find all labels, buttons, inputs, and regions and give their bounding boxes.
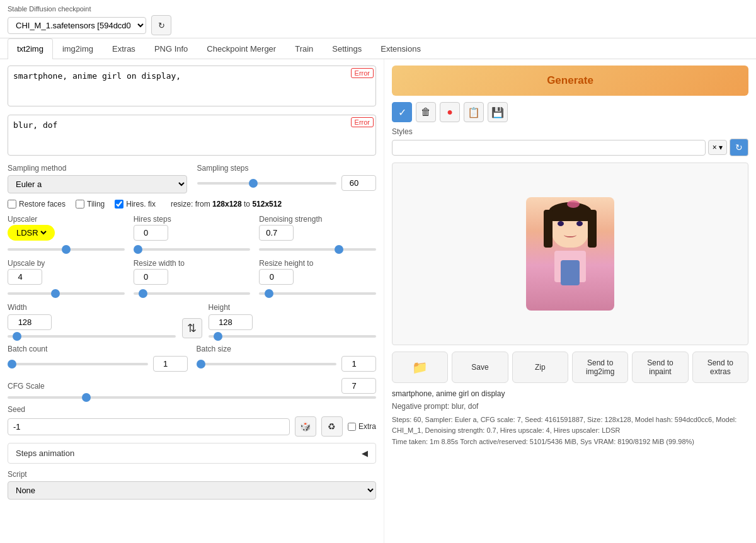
negative-prompt-input[interactable]: blur, dof xyxy=(8,115,376,156)
refresh-icon: ↻ xyxy=(158,21,165,30)
folder-button[interactable]: 📁 xyxy=(392,352,448,383)
sampling-steps-slider[interactable] xyxy=(197,182,337,185)
send-to-inpaint-button[interactable]: Send to inpaint xyxy=(632,352,688,383)
tab-checkpoint-merger[interactable]: Checkpoint Merger xyxy=(197,38,285,59)
cfg-label: CFG Scale xyxy=(8,382,45,391)
resize-height-slider[interactable] xyxy=(259,292,376,295)
refresh-button[interactable]: ↻ xyxy=(151,15,171,35)
batch-size-group: Batch size xyxy=(197,345,377,372)
toolbar-icon-check[interactable]: ✓ xyxy=(392,102,412,122)
restore-faces-checkbox[interactable] xyxy=(8,200,16,209)
sampling-method-select[interactable]: Euler a xyxy=(8,175,187,193)
upscale-by-input[interactable] xyxy=(8,269,42,285)
sampling-method-group: Sampling method Euler a xyxy=(8,164,187,193)
checkboxes-row: Restore faces Tiling Hires. fix resize: … xyxy=(8,200,376,209)
upscaler-select[interactable]: LDSR xyxy=(14,227,49,238)
dice-button[interactable]: 🎲 xyxy=(295,416,316,437)
batch-count-input[interactable] xyxy=(153,356,188,372)
tab-train[interactable]: Train xyxy=(285,38,323,59)
recycle-icon: ♻ xyxy=(328,421,336,432)
extra-check-item: Extra xyxy=(348,422,376,431)
cfg-slider[interactable] xyxy=(8,396,376,399)
steps-animation-section[interactable]: Steps animation ◀ xyxy=(8,443,376,464)
image-container xyxy=(392,163,748,345)
main: smartphone, anime girl on display, Error… xyxy=(0,59,756,543)
extra-label: Extra xyxy=(358,422,376,431)
sampling-steps-input[interactable] xyxy=(341,175,376,191)
extra-checkbox[interactable] xyxy=(348,423,356,431)
send-to-extras-button[interactable]: Send to extras xyxy=(692,352,748,383)
wh-row: Width ⇅ Height xyxy=(8,303,376,338)
tab-extensions[interactable]: Extensions xyxy=(371,38,430,59)
seed-row: 🎲 ♻ Extra xyxy=(8,416,376,437)
checkpoint-label: Stable Diffusion checkpoint xyxy=(8,5,748,13)
checkpoint-row: CHI_M_1.safetensors [594dcd0cc6] ↻ xyxy=(8,15,748,35)
cfg-input[interactable] xyxy=(341,378,376,394)
toolbar-icon-save[interactable]: 💾 xyxy=(488,102,508,122)
toolbar-icon-clipboard[interactable]: 📋 xyxy=(464,102,484,122)
tab-img2img[interactable]: img2img xyxy=(53,38,103,59)
height-field: Height xyxy=(209,303,377,338)
hires-fix-checkbox[interactable] xyxy=(115,200,123,209)
steps-animation-arrow-icon: ◀ xyxy=(362,449,368,458)
toolbar-icon-red[interactable]: ● xyxy=(440,102,460,122)
seed-input[interactable] xyxy=(8,418,290,435)
send-inpaint-label: Send to inpaint xyxy=(636,358,684,376)
upscaler-slider[interactable] xyxy=(8,248,125,251)
checkpoint-select[interactable]: CHI_M_1.safetensors [594dcd0cc6] xyxy=(8,17,146,34)
height-slider[interactable] xyxy=(209,335,377,338)
tab-extras[interactable]: Extras xyxy=(103,38,145,59)
width-field: Width xyxy=(8,303,176,338)
seed-section: Seed 🎲 ♻ Extra xyxy=(8,405,376,437)
top-bar: Stable Diffusion checkpoint CHI_M_1.safe… xyxy=(0,0,756,38)
upscaler-highlight: LDSR xyxy=(8,225,55,241)
tab-txt2img[interactable]: txt2img xyxy=(8,38,53,59)
hires-params: Upscaler LDSR Hires steps Denoising stre… xyxy=(8,215,376,253)
toolbar-icon-trash[interactable]: 🗑 xyxy=(416,102,436,122)
eye-right xyxy=(576,221,583,226)
batch-size-input[interactable] xyxy=(341,356,376,372)
styles-refresh-button[interactable]: ↻ xyxy=(730,139,748,156)
styles-input[interactable] xyxy=(392,140,706,156)
generate-button[interactable]: Generate xyxy=(392,66,748,96)
denoising-slider[interactable] xyxy=(259,248,376,251)
phone xyxy=(561,260,580,285)
save-button[interactable]: Save xyxy=(452,352,508,383)
batch-count-slider[interactable] xyxy=(8,363,148,365)
tiling-checkbox[interactable] xyxy=(76,200,84,209)
hires-steps-slider[interactable] xyxy=(134,248,251,251)
hires-steps-group: Hires steps xyxy=(134,215,251,253)
resize-width-slider[interactable] xyxy=(134,292,251,295)
send-img2img-label: Send to img2img xyxy=(576,358,624,376)
tab-settings[interactable]: Settings xyxy=(323,38,371,59)
width-slider[interactable] xyxy=(8,335,176,338)
save-label: Save xyxy=(471,363,488,372)
resize-height-input[interactable] xyxy=(259,269,294,285)
width-input[interactable] xyxy=(8,314,52,330)
negative-prompt-box: blur, dof Error xyxy=(8,115,376,157)
tab-png-info[interactable]: PNG Info xyxy=(145,38,197,59)
batch-size-slider[interactable] xyxy=(197,363,337,365)
hair-left xyxy=(544,210,553,248)
right-panel: Generate ✓ 🗑 ● 📋 💾 Styles × ▾ ↻ xyxy=(384,59,756,543)
steps-slider-row xyxy=(197,175,377,191)
styles-clear-button[interactable]: × ▾ xyxy=(708,140,727,155)
tiling-label: Tiling xyxy=(87,200,105,209)
hires-fix-label: Hires. fix xyxy=(126,200,156,209)
recycle-button[interactable]: ♻ xyxy=(321,416,343,437)
height-input[interactable] xyxy=(209,314,253,330)
resize-height-group: Resize height to xyxy=(259,259,376,297)
script-select[interactable]: None xyxy=(8,481,376,500)
batch-count-label: Batch count xyxy=(8,345,188,353)
hires-steps-input[interactable] xyxy=(134,225,168,241)
denoising-group: Denoising strength xyxy=(259,215,376,253)
swap-dimensions-button[interactable]: ⇅ xyxy=(182,318,202,338)
upscale-by-slider[interactable] xyxy=(8,292,125,295)
negative-info-text: blur, dof xyxy=(452,402,479,411)
send-to-img2img-button[interactable]: Send to img2img xyxy=(572,352,628,383)
denoising-input[interactable] xyxy=(259,225,294,241)
zip-button[interactable]: Zip xyxy=(512,352,568,383)
resize-width-input[interactable] xyxy=(134,269,168,285)
sampling-method-label: Sampling method xyxy=(8,164,187,173)
positive-prompt-input[interactable]: smartphone, anime girl on display, xyxy=(8,66,376,106)
